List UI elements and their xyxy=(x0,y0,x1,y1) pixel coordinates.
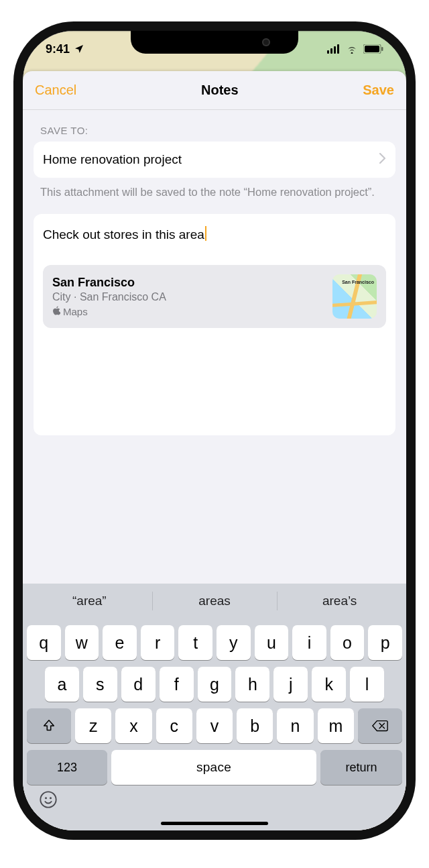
sheet-title: Notes xyxy=(201,83,239,98)
key-z[interactable]: z xyxy=(75,708,111,743)
key-c[interactable]: c xyxy=(156,708,192,743)
key-b[interactable]: b xyxy=(237,708,273,743)
svg-rect-0 xyxy=(327,50,329,54)
key-h[interactable]: h xyxy=(235,667,269,702)
key-w[interactable]: w xyxy=(65,625,99,660)
wifi-icon xyxy=(345,44,359,54)
shift-key[interactable] xyxy=(27,708,71,743)
share-sheet: Cancel Notes Save SAVE TO: Home renovati… xyxy=(23,71,406,830)
maps-attachment-card[interactable]: San Francisco City · San Francisco CA Ma… xyxy=(43,265,386,328)
return-key[interactable]: return xyxy=(320,750,402,785)
cellular-signal-icon xyxy=(327,44,341,54)
key-j[interactable]: j xyxy=(273,667,308,702)
prediction-bar: “area” areas area’s xyxy=(27,584,402,618)
space-key[interactable]: space xyxy=(111,750,316,785)
svg-rect-1 xyxy=(330,48,332,54)
svg-point-8 xyxy=(45,797,47,799)
key-x[interactable]: x xyxy=(115,708,151,743)
attachment-title: San Francisco xyxy=(52,276,166,290)
svg-point-7 xyxy=(40,792,56,807)
location-services-icon xyxy=(74,44,84,54)
status-time: 9:41 xyxy=(46,42,70,56)
key-t[interactable]: t xyxy=(178,625,212,660)
note-body-text[interactable]: Check out stores in this area xyxy=(43,227,204,241)
prediction-2[interactable]: areas xyxy=(152,584,278,618)
key-s[interactable]: s xyxy=(83,667,117,702)
key-r[interactable]: r xyxy=(141,625,175,660)
attachment-source: Maps xyxy=(63,306,88,317)
iphone-device-frame: 9:41 Cancel Notes xyxy=(13,21,416,840)
destination-note-value: Home renovation project xyxy=(43,152,182,167)
keyboard-row-2: a s d f g h j k l xyxy=(27,667,402,702)
destination-note-picker[interactable]: Home renovation project xyxy=(34,142,395,178)
key-y[interactable]: y xyxy=(217,625,251,660)
key-e[interactable]: e xyxy=(103,625,137,660)
attachment-map-thumbnail: San Francisco xyxy=(332,274,377,319)
prediction-3[interactable]: area’s xyxy=(277,584,402,618)
key-d[interactable]: d xyxy=(121,667,156,702)
keyboard-row-4: 123 space return xyxy=(27,750,402,785)
keyboard-row-3: z x c v b n m xyxy=(27,708,402,743)
apple-logo-icon xyxy=(52,306,60,317)
save-to-label: SAVE TO: xyxy=(34,125,395,142)
key-a[interactable]: a xyxy=(45,667,79,702)
chevron-right-icon xyxy=(379,152,386,167)
key-k[interactable]: k xyxy=(312,667,346,702)
sheet-navbar: Cancel Notes Save xyxy=(23,71,406,110)
keyboard: “area” areas area’s q w e r t y u i o p xyxy=(23,584,406,830)
key-p[interactable]: p xyxy=(368,625,402,660)
key-o[interactable]: o xyxy=(330,625,365,660)
key-l[interactable]: l xyxy=(350,667,384,702)
key-u[interactable]: u xyxy=(255,625,289,660)
cancel-button[interactable]: Cancel xyxy=(35,83,76,98)
key-n[interactable]: n xyxy=(277,708,313,743)
key-q[interactable]: q xyxy=(27,625,61,660)
backspace-key[interactable] xyxy=(358,708,402,743)
battery-icon xyxy=(363,44,383,54)
svg-rect-6 xyxy=(381,47,383,51)
text-caret xyxy=(205,226,206,241)
prediction-1[interactable]: “area” xyxy=(27,584,152,618)
key-f[interactable]: f xyxy=(160,667,194,702)
keyboard-row-1: q w e r t y u i o p xyxy=(27,625,402,660)
svg-rect-2 xyxy=(334,46,336,54)
helper-text: This attachment will be saved to the not… xyxy=(34,178,395,199)
backspace-icon xyxy=(371,719,389,733)
numbers-key[interactable]: 123 xyxy=(27,750,107,785)
svg-rect-3 xyxy=(337,44,339,54)
note-compose-card[interactable]: Check out stores in this area San Franci… xyxy=(34,214,395,435)
attachment-subtitle: City · San Francisco CA xyxy=(52,291,166,303)
emoji-icon xyxy=(39,790,58,809)
home-indicator[interactable] xyxy=(161,822,268,825)
key-i[interactable]: i xyxy=(292,625,326,660)
emoji-key[interactable] xyxy=(39,790,58,814)
thumbnail-label: San Francisco xyxy=(342,280,374,284)
svg-rect-5 xyxy=(365,46,379,52)
space-key-label: space xyxy=(196,760,231,775)
status-bar: 9:41 xyxy=(23,31,406,67)
shift-icon xyxy=(42,718,56,733)
key-v[interactable]: v xyxy=(196,708,233,743)
key-g[interactable]: g xyxy=(198,667,232,702)
svg-point-9 xyxy=(50,797,52,799)
save-button[interactable]: Save xyxy=(363,83,394,98)
key-m[interactable]: m xyxy=(318,708,354,743)
